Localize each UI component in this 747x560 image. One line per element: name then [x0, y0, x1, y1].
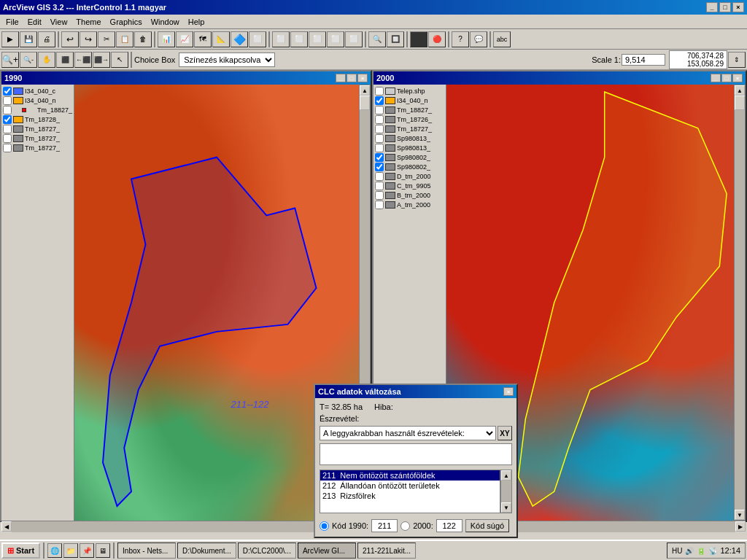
quicklaunch-folder[interactable]: 📁 — [63, 543, 78, 558]
scroll-up-2000[interactable]: ▲ — [735, 85, 745, 96]
clc-notes-select[interactable]: A leggyakrabban használt észrevételek: — [320, 426, 496, 440]
clc-list-scrollbar[interactable]: ▲ ▼ — [500, 470, 512, 513]
taskbar-item-4[interactable]: 211-221Lakit... — [357, 542, 416, 559]
tool-zoom-full[interactable]: ⬛ — [56, 52, 74, 68]
clc-xy-btn[interactable]: XY — [498, 426, 512, 440]
layer-item[interactable]: I34_040_n — [375, 96, 444, 105]
start-button[interactable]: ⊞ Start — [1, 542, 40, 559]
tool-table[interactable]: 📊 — [158, 31, 175, 47]
tool-copy[interactable]: 📋 — [116, 31, 133, 47]
tool-redo[interactable]: ↪ — [80, 31, 97, 47]
clc-radio-2000[interactable] — [400, 521, 410, 531]
menu-view[interactable]: View — [46, 16, 72, 28]
tool-polygon[interactable]: 🔷 — [231, 31, 248, 47]
tool-zoom-out[interactable]: 🔍- — [20, 52, 37, 68]
tool-black[interactable]: ■ — [410, 31, 427, 47]
layer-item[interactable]: Tm_18727_ — [3, 134, 72, 143]
clc-list[interactable]: 211 Nem öntözött szántóföldek 212 Álland… — [320, 470, 500, 513]
win1990-close[interactable]: × — [357, 74, 368, 82]
layer2000-check-9[interactable] — [375, 163, 384, 171]
tool-zoom-prev[interactable]: ←⬛ — [74, 52, 92, 68]
menu-help[interactable]: Help — [184, 16, 209, 28]
layer-check-5[interactable] — [3, 125, 12, 133]
layer-check-6[interactable] — [3, 134, 12, 143]
tool-undo[interactable]: ↩ — [61, 31, 79, 47]
layer-item[interactable]: Sp980802_ — [375, 153, 444, 162]
clc-list-item-3[interactable]: 213 Rizsfölrek — [320, 491, 500, 501]
layer-item[interactable]: A_tm_2000 — [375, 201, 444, 209]
tool-zoom-next[interactable]: ⬛→ — [93, 52, 110, 68]
tool-print[interactable]: 🖨 — [38, 31, 55, 47]
window-2000-titlebar[interactable]: 2000 _ □ × — [374, 71, 746, 85]
layer-item[interactable]: Tm_18726_ — [375, 115, 444, 124]
tool-frame4[interactable]: ⬜ — [327, 31, 344, 47]
layer-item[interactable]: Sp980813_ — [375, 134, 444, 143]
quicklaunch-ie[interactable]: 🌐 — [47, 543, 62, 558]
layer-check-2[interactable] — [3, 96, 12, 105]
tool-extra[interactable]: abc — [493, 31, 511, 47]
clc-dialog-titlebar[interactable]: CLC adatok változása × — [315, 385, 516, 398]
clc-kod-1990-input[interactable]: 211 — [371, 519, 398, 532]
clc-list-item-1[interactable]: 211 Nem öntözött szántóföldek — [320, 470, 500, 481]
layer2000-check-7[interactable] — [375, 144, 384, 152]
menu-theme[interactable]: Theme — [71, 16, 105, 28]
layer2000-check-4[interactable] — [375, 115, 384, 124]
tool-red[interactable]: 🔴 — [428, 31, 446, 47]
tool-pan[interactable]: ✋ — [38, 52, 55, 68]
layer-check-1[interactable] — [3, 87, 12, 96]
clc-kod-2000-input[interactable]: 122 — [436, 519, 462, 532]
maximize-btn[interactable]: □ — [719, 2, 731, 12]
layer2000-check-11[interactable] — [375, 182, 384, 190]
clc-radio-1990[interactable] — [320, 521, 329, 531]
clc-kod-sugo-btn[interactable]: Kód súgó — [465, 519, 509, 532]
layer-item[interactable]: Telep.shp — [375, 87, 444, 96]
layer-check-3[interactable] — [3, 106, 12, 114]
layer2000-check-3[interactable] — [375, 106, 384, 114]
scroll-thumb-1990[interactable] — [360, 96, 370, 110]
layer-item[interactable]: D_tm_2000 — [375, 172, 444, 181]
win2000-maximize[interactable]: □ — [721, 74, 732, 82]
quicklaunch-extra2[interactable]: 🖥 — [96, 543, 110, 558]
taskbar-item-1[interactable]: D:\Dokument... — [177, 542, 236, 559]
clc-notes-textarea[interactable] — [320, 443, 512, 465]
layer-check-7[interactable] — [3, 144, 12, 152]
scroll-track-2000[interactable] — [735, 96, 745, 510]
menu-edit[interactable]: Edit — [23, 16, 46, 28]
tool-frame1[interactable]: ⬜ — [272, 31, 290, 47]
clc-scroll-up[interactable]: ▲ — [501, 470, 511, 481]
tool-rect[interactable]: ⬜ — [249, 31, 266, 47]
taskbar-item-3[interactable]: ArcView GI... — [298, 542, 356, 559]
layer-item[interactable]: Tm_18827_ — [3, 106, 72, 114]
layer2000-check-8[interactable] — [375, 153, 384, 162]
taskbar-item-0[interactable]: Inbox - Nets... — [117, 542, 176, 559]
win1990-maximize[interactable]: □ — [347, 74, 357, 82]
layer-item[interactable]: Sp980813_ — [375, 144, 444, 152]
coord-resize[interactable]: ⇕ — [728, 52, 746, 68]
tool-frame3[interactable]: ⬜ — [309, 31, 326, 47]
scroll-left-1990[interactable]: ◀ — [1, 521, 12, 532]
tool-chart[interactable]: 📈 — [176, 31, 193, 47]
win2000-minimize[interactable]: _ — [711, 74, 721, 82]
clc-scroll-track[interactable] — [501, 481, 511, 502]
menu-window[interactable]: Window — [147, 16, 184, 28]
tool-run[interactable]: ▶ — [1, 31, 19, 47]
tool-help2[interactable]: 💬 — [470, 31, 487, 47]
layer2000-check-5[interactable] — [375, 125, 384, 133]
menu-graphics[interactable]: Graphics — [106, 16, 147, 28]
htrack-1990[interactable] — [12, 521, 360, 532]
clc-close-btn[interactable]: × — [503, 387, 514, 396]
tool-cut[interactable]: ✂ — [98, 31, 115, 47]
win2000-close[interactable]: × — [732, 74, 743, 82]
scroll-right-2000[interactable]: ▶ — [735, 521, 746, 532]
tool-map[interactable]: 🗺 — [194, 31, 212, 47]
tool-zoom-in[interactable]: 🔍+ — [1, 52, 19, 68]
tool-measure[interactable]: 📐 — [212, 31, 230, 47]
layer-item[interactable]: Tm_18727_ — [3, 125, 72, 133]
tool-frame5[interactable]: ⬜ — [345, 31, 363, 47]
taskbar-item-2[interactable]: D:\CLC2000\... — [238, 542, 296, 559]
layer-item[interactable]: C_tm_9905 — [375, 182, 444, 190]
layer2000-check-1[interactable] — [375, 87, 384, 96]
win1990-minimize[interactable]: _ — [336, 74, 346, 82]
choice-box-select[interactable]: Színezés kikapcsolva — [179, 52, 275, 67]
layer2000-check-6[interactable] — [375, 134, 384, 143]
